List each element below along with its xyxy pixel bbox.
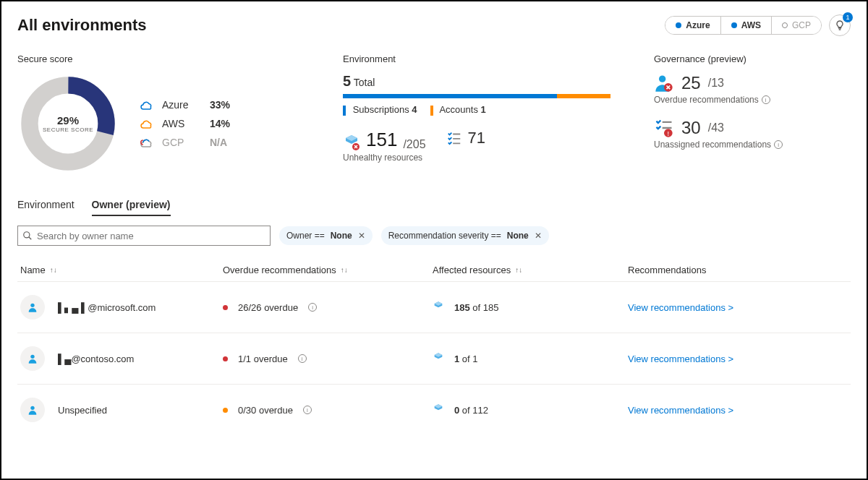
table-row[interactable]: ▌▖▄ ▌@microsoft.com 26/26 overdue i 185 … (17, 281, 851, 333)
view-recommendations-link[interactable]: View recommendations > (628, 353, 733, 364)
info-icon[interactable]: i (298, 354, 307, 363)
search-box[interactable] (17, 226, 271, 246)
bar-icon (343, 106, 346, 116)
filter-azure-button[interactable]: Azure (665, 17, 720, 34)
view-recommendations-link[interactable]: View recommendations > (628, 302, 733, 313)
severity-dot-icon (223, 356, 228, 361)
pill-label: Owner == (286, 231, 325, 241)
resource-icon (433, 301, 444, 314)
svg-text:!: ! (668, 130, 670, 137)
dot-icon (676, 22, 681, 28)
view-recommendations-link[interactable]: View recommendations > (628, 405, 733, 416)
insights-button[interactable]: 1 (829, 14, 851, 36)
svg-point-8 (24, 232, 30, 238)
column-name[interactable]: Name ↑↓ (20, 265, 223, 275)
overdue-denom: /13 (708, 77, 724, 90)
secure-score-donut: 29% SECURE SCORE (17, 73, 119, 174)
secure-score-heading: Secure score (17, 53, 299, 64)
checks-metric: 71 (446, 129, 485, 147)
table-row[interactable]: Unspecified 0/30 overdue i 0 of 112 View… (17, 384, 851, 435)
filter-gcp-button[interactable]: GCP (771, 17, 821, 34)
unhealthy-denom: /205 (403, 138, 425, 151)
overdue-value: 26/26 overdue (238, 302, 298, 313)
info-icon[interactable]: i (774, 140, 783, 149)
pill-value: None (331, 231, 352, 241)
environment-total: 5 Total (343, 73, 610, 90)
filter-pill-owner[interactable]: Owner == None ✕ (279, 226, 373, 245)
svg-point-4 (659, 76, 665, 82)
owner-name: Unspecified (58, 405, 107, 416)
info-icon[interactable]: i (762, 95, 770, 104)
tab-environment[interactable]: Environment (17, 194, 75, 216)
avatar (20, 398, 45, 422)
svg-point-9 (30, 304, 34, 307)
env-legend-count: 1 (481, 104, 486, 115)
cloud-aws-icon (140, 119, 153, 129)
sort-icon: ↑↓ (515, 266, 522, 274)
sort-icon: ↑↓ (341, 266, 348, 274)
overdue-big: 25 (681, 73, 701, 93)
owner-name: ▌▖▄ ▌@microsoft.com (58, 302, 156, 313)
close-icon[interactable]: ✕ (535, 231, 542, 241)
legend-value: N/A (210, 137, 227, 148)
insights-badge: 1 (843, 12, 853, 22)
governance-heading: Governance (preview) (654, 53, 851, 64)
severity-dot-icon (223, 408, 228, 413)
env-legend-subscriptions: Subscriptions 4 (343, 104, 417, 116)
resource-unhealthy-icon (343, 134, 360, 151)
search-icon (22, 231, 33, 241)
person-icon (27, 353, 38, 364)
legend-name: Azure (162, 99, 201, 111)
column-label: Overdue recommendations (223, 265, 336, 275)
unhealthy-caption: Unhealthy resources (343, 153, 426, 163)
legend-row: AWS 14% (140, 118, 230, 129)
person-icon (27, 301, 38, 313)
page-title: All environments (17, 16, 146, 35)
column-overdue[interactable]: Overdue recommendations ↑↓ (223, 265, 433, 275)
pill-label: Recommendation severity == (388, 231, 501, 241)
filter-azure-label: Azure (686, 20, 710, 30)
filter-pill-severity[interactable]: Recommendation severity == None ✕ (381, 226, 549, 245)
close-icon[interactable]: ✕ (358, 231, 365, 241)
checklist-icon (446, 130, 462, 146)
dot-icon (731, 22, 737, 28)
env-total-word: Total (354, 77, 375, 88)
tab-owner[interactable]: Owner (preview) (92, 194, 171, 216)
svg-point-11 (30, 406, 34, 410)
overdue-caption: Overdue recommendations (654, 95, 759, 105)
column-label: Affected resources (433, 265, 511, 275)
table-row[interactable]: ▌▄@contoso.com 1/1 overdue i 1 of 1 View… (17, 333, 851, 384)
filter-aws-button[interactable]: AWS (720, 17, 771, 34)
cloud-azure-icon (140, 100, 153, 110)
pill-value: None (507, 231, 529, 241)
checklist-alert-icon: ! (654, 118, 674, 138)
unassigned-caption: Unassigned recommendations (654, 140, 771, 150)
info-icon[interactable]: i (303, 406, 312, 414)
column-resources[interactable]: Affected resources ↑↓ (433, 265, 628, 275)
env-legend-label: Accounts (439, 104, 477, 115)
resources-value: 185 of 185 (454, 302, 498, 313)
overdue-value: 0/30 overdue (238, 405, 293, 416)
env-bar-accounts (557, 94, 610, 98)
checks-value: 71 (468, 129, 485, 147)
environment-bar (343, 94, 610, 98)
legend-name: GCP (162, 137, 201, 148)
info-icon[interactable]: i (308, 303, 317, 312)
avatar (20, 346, 45, 371)
overdue-value: 1/1 overdue (238, 353, 288, 364)
env-legend-count: 4 (412, 104, 417, 115)
unassigned-denom: /43 (708, 121, 724, 134)
secure-score-legend: Azure 33% AWS 14% GCP (140, 99, 230, 148)
sort-icon: ↑↓ (50, 266, 57, 274)
person-icon (27, 404, 38, 416)
legend-value: 14% (210, 118, 230, 129)
search-input[interactable] (37, 231, 265, 241)
legend-value: 33% (210, 99, 230, 111)
column-label: Name (20, 265, 46, 275)
svg-point-10 (30, 355, 34, 359)
resources-value: 1 of 1 (454, 353, 478, 364)
env-total-num: 5 (343, 73, 351, 89)
env-legend-accounts: Accounts 1 (430, 104, 486, 116)
person-overdue-icon (654, 73, 674, 93)
environment-heading: Environment (343, 53, 610, 64)
